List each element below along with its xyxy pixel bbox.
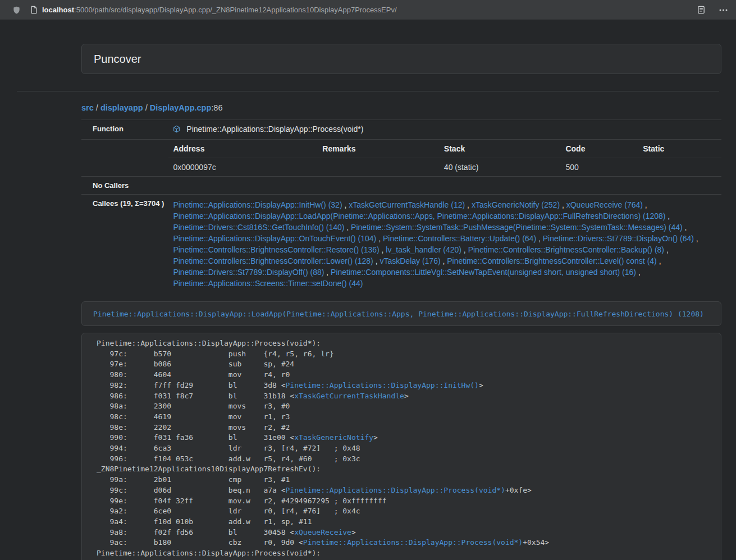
code-line: 994: 6ca3 ldr r3, [r4, #72] ; 0x48	[97, 443, 712, 454]
callee-link[interactable]: Pinetime::System::SystemTask::PushMessag…	[351, 223, 683, 232]
code-line: 99a: 2b01 cmp r3, #1	[97, 475, 712, 485]
code-line: 980: 4604 mov r4, r0	[97, 370, 712, 380]
function-row: Function Pinetime::Applications::Display…	[81, 120, 721, 140]
static-value	[638, 158, 721, 177]
code-line: 9ac: b180 cbz r0, 9d0 <Pinetime::Applica…	[97, 538, 712, 548]
code-line: 986: f031 f8c7 bl 31b18 <xTaskGetCurrent…	[97, 391, 712, 402]
code-line: 99c: d06d beq.n a7a <Pinetime::Applicati…	[97, 485, 712, 496]
callee-link[interactable]: Pinetime::Applications::DisplayApp::Init…	[173, 200, 342, 209]
code-line: 98e: 2202 movs r2, #2	[97, 423, 712, 433]
col-code: Code	[561, 140, 638, 158]
code-line: Pinetime::Applications::DisplayApp::Proc…	[97, 548, 712, 559]
shield-icon[interactable]	[12, 6, 21, 15]
code-symbol-link[interactable]: xTaskGenericNotify	[294, 433, 373, 442]
code-symbol-link[interactable]: xTaskGetCurrentTaskHandle	[294, 392, 404, 400]
stats-table: Address Remarks Stack Code Static 0x0000…	[168, 140, 721, 176]
address-value: 0x0000097c	[168, 158, 318, 177]
divider	[17, 91, 719, 91]
menu-icon[interactable]	[719, 6, 728, 15]
code-value: 500	[561, 158, 638, 177]
col-static: Static	[638, 140, 721, 158]
breadcrumb-link[interactable]: src	[81, 103, 94, 112]
highlight-panel: Pinetime::Applications::DisplayApp::Load…	[81, 301, 721, 326]
callee-link[interactable]: Pinetime::Controllers::BrightnessControl…	[468, 245, 664, 254]
reader-mode-icon[interactable]	[697, 6, 705, 14]
code-line: 996: f104 053c add.w r5, r4, #60 ; 0x3c	[97, 454, 712, 465]
url-bar[interactable]: localhost:5000/path/src/displayapp/Displ…	[42, 6, 697, 14]
callee-link[interactable]: lv_task_handler (420)	[386, 245, 461, 254]
no-callers-row: No Callers	[81, 177, 721, 195]
code-line: 98a: 2300 movs r3, #0	[97, 401, 712, 412]
callees-label: Callees (19, Σ=3704 )	[81, 195, 168, 294]
callees-row: Callees (19, Σ=3704 ) Pinetime::Applicat…	[81, 195, 721, 294]
code-line: 9a2: 6ce0 ldr r0, [r4, #76] ; 0x4c	[97, 506, 712, 517]
url-path: :5000/path/src/displayapp/DisplayApp.cpp…	[74, 6, 397, 14]
code-line: Pinetime::Applications::DisplayApp::Proc…	[97, 338, 712, 349]
function-table: Function Pinetime::Applications::Display…	[81, 120, 721, 293]
page-icon	[30, 6, 38, 14]
code-line: 99e: f04f 32ff mov.w r2, #4294967295 ; 0…	[97, 496, 712, 507]
callee-link[interactable]: Pinetime::Drivers::St7789::DisplayOff() …	[173, 268, 324, 277]
code-line: 98c: 4619 mov r1, r3	[97, 412, 712, 423]
callee-link[interactable]: vTaskDelay (176)	[380, 256, 440, 265]
callee-link[interactable]: xTaskGenericNotify (252)	[472, 200, 560, 209]
main-content: src / displayapp / DisplayApp.cpp:86 Fun…	[81, 103, 721, 560]
code-symbol-link[interactable]: Pinetime::Applications::DisplayApp::Init…	[286, 381, 479, 389]
code-line: 990: f031 fa36 bl 31e00 <xTaskGenericNot…	[97, 433, 712, 443]
stats-header-row: Address Remarks Stack Code Static	[168, 140, 721, 158]
code-line: 97e: b086 sub sp, #24	[97, 359, 712, 370]
code-symbol-link[interactable]: Pinetime::Applications::DisplayApp::Proc…	[286, 486, 505, 494]
callee-link[interactable]: Pinetime::Controllers::Battery::Update()…	[383, 234, 536, 243]
function-label: Function	[81, 120, 168, 140]
breadcrumb-link[interactable]: DisplayApp.cpp	[150, 103, 212, 112]
callee-link[interactable]: Pinetime::Drivers::Cst816S::GetTouchInfo…	[173, 223, 344, 232]
remarks-value	[318, 158, 440, 177]
callee-link[interactable]: Pinetime::Controllers::BrightnessControl…	[173, 256, 373, 265]
code-line: _ZN8Pinetime12Applications10DisplayApp7R…	[97, 464, 712, 475]
code-line: 9a8: f02f fd56 bl 30458 <xQueueReceive>	[97, 527, 712, 538]
highlight-symbol-link[interactable]: Pinetime::Applications::DisplayApp::Load…	[93, 310, 704, 318]
stats-value-row: 0x0000097c 40 (static) 500	[168, 158, 721, 177]
code-symbol-link[interactable]: Pinetime::Applications::DisplayApp::Proc…	[303, 538, 523, 547]
breadcrumb: src / displayapp / DisplayApp.cpp:86	[81, 103, 721, 112]
callee-link[interactable]: Pinetime::Drivers::St7789::DisplayOn() (…	[543, 234, 694, 243]
no-callers-label: No Callers	[81, 177, 168, 195]
callee-link[interactable]: Pinetime::Components::LittleVgl::SetNewT…	[331, 268, 636, 277]
symbol-cube-icon	[173, 126, 182, 135]
callee-link[interactable]: xTaskGetCurrentTaskHandle (12)	[349, 200, 465, 209]
code-line: 982: f7ff fd29 bl 3d8 <Pinetime::Applica…	[97, 380, 712, 391]
page-title: Puncover	[94, 53, 141, 66]
col-address: Address	[168, 140, 318, 158]
code-symbol-link[interactable]: xQueueReceive	[294, 528, 351, 536]
callee-link[interactable]: Pinetime::Applications::Screens::Timer::…	[173, 279, 363, 288]
col-remarks: Remarks	[318, 140, 440, 158]
callee-link[interactable]: xQueueReceive (764)	[566, 200, 643, 209]
app-header: Puncover	[81, 44, 721, 74]
function-symbol-cell: Pinetime::Applications::DisplayApp::Proc…	[168, 120, 721, 140]
callee-link[interactable]: Pinetime::Controllers::BrightnessControl…	[447, 256, 656, 265]
browser-toolbar: localhost:5000/path/src/displayapp/Displ…	[0, 0, 736, 20]
function-symbol: Pinetime::Applications::DisplayApp::Proc…	[186, 125, 363, 134]
callee-link[interactable]: Pinetime::Controllers::BrightnessControl…	[173, 245, 379, 254]
breadcrumb-link[interactable]: displayapp	[100, 103, 143, 112]
stats-row-spacer	[81, 140, 168, 177]
disassembly-code: Pinetime::Applications::DisplayApp::Proc…	[81, 333, 721, 560]
stats-row-container: Address Remarks Stack Code Static 0x0000…	[81, 140, 721, 177]
stack-value: 40 (static)	[440, 158, 561, 177]
code-line: 97c: b570 push {r4, r5, r6, lr}	[97, 349, 712, 360]
col-stack: Stack	[440, 140, 561, 158]
callees-list: Pinetime::Applications::DisplayApp::Init…	[168, 195, 721, 294]
no-callers-cell	[168, 177, 721, 195]
code-line: 9a4: f10d 010b add.w r1, sp, #11	[97, 517, 712, 527]
callee-link[interactable]: Pinetime::Applications::DisplayApp::Load…	[173, 212, 665, 221]
url-host: localhost	[42, 6, 74, 14]
callee-link[interactable]: Pinetime::Applications::DisplayApp::OnTo…	[173, 234, 376, 243]
